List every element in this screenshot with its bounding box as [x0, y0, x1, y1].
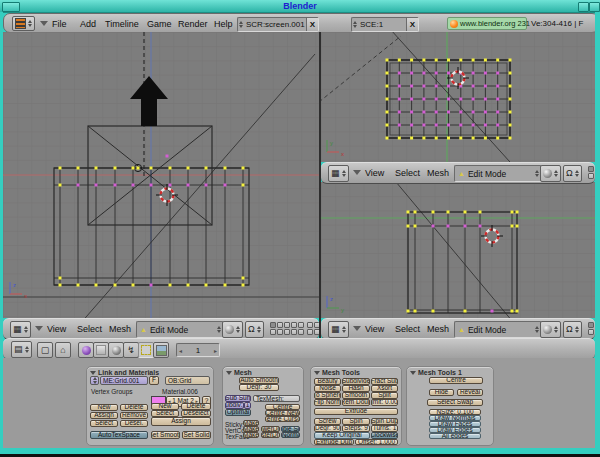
layer-toggle[interactable]: [307, 322, 313, 328]
vertex[interactable]: [447, 137, 450, 140]
vertex[interactable]: [166, 155, 169, 158]
vertex[interactable]: [459, 137, 462, 140]
panel-collapse-icon[interactable]: [410, 371, 416, 378]
vertex[interactable]: [224, 167, 227, 170]
vertex[interactable]: [59, 277, 62, 280]
vertex[interactable]: [407, 225, 410, 228]
to-sphere-button[interactable]: To Sphere: [314, 392, 341, 399]
layer-toggle[interactable]: [291, 329, 297, 335]
menu-game[interactable]: Game: [147, 19, 172, 29]
panel-title[interactable]: Mesh: [234, 369, 252, 376]
hide-button[interactable]: Hide: [429, 389, 454, 396]
set-smooth-button[interactable]: Set Smooth: [151, 431, 180, 439]
vertex[interactable]: [422, 111, 425, 114]
vertex[interactable]: [386, 72, 389, 75]
vertex[interactable]: [242, 284, 245, 287]
window-close-button[interactable]: [589, 2, 600, 12]
vertex[interactable]: [242, 277, 245, 280]
vertex[interactable]: [205, 167, 208, 170]
vertex[interactable]: [511, 310, 514, 313]
vertex[interactable]: [447, 59, 450, 62]
window-type-button[interactable]: ▤: [11, 341, 32, 358]
layer-toggle[interactable]: [314, 322, 319, 328]
mesh-name-field[interactable]: ME:Grid.001: [100, 376, 148, 385]
material-delete-button[interactable]: Delete: [181, 403, 211, 410]
3d-viewport-front-canvas[interactable]: z x: [3, 32, 319, 318]
vertex[interactable]: [422, 124, 425, 127]
vertex[interactable]: [205, 284, 208, 287]
menu-mesh[interactable]: Mesh: [427, 168, 449, 178]
layer-toggle[interactable]: [270, 322, 276, 328]
vertex[interactable]: [422, 137, 425, 140]
vertex[interactable]: [459, 59, 462, 62]
menu-select[interactable]: Select: [395, 168, 420, 178]
scene-delete-button[interactable]: X: [406, 18, 418, 31]
vertex[interactable]: [484, 72, 487, 75]
material-new-button[interactable]: New: [151, 403, 179, 410]
vertex[interactable]: [464, 310, 467, 313]
vgroup-assign-button[interactable]: Assign: [90, 412, 118, 419]
vertex[interactable]: [386, 85, 389, 88]
layer-toggle[interactable]: [284, 329, 290, 335]
screw-button[interactable]: Screw: [314, 418, 341, 425]
mesh-browse-button[interactable]: [90, 376, 99, 385]
layer-buttons[interactable]: [588, 322, 595, 336]
vertex[interactable]: [242, 167, 245, 170]
object-context-button[interactable]: ↯: [123, 342, 139, 358]
menu-view[interactable]: View: [365, 168, 384, 178]
scene-name[interactable]: SCE:1: [357, 20, 406, 29]
layer-buttons[interactable]: [588, 166, 595, 180]
make-texface-button[interactable]: Make: [243, 432, 259, 438]
clockwise-toggle[interactable]: Clockwise: [371, 432, 398, 439]
scene-selector[interactable]: SCE:1 X: [351, 17, 419, 32]
fract-sub-button[interactable]: Fract Sub: [371, 378, 398, 385]
viewport-type-button[interactable]: ▦: [10, 321, 31, 338]
xsort-button[interactable]: Xsort: [371, 385, 398, 392]
vertex[interactable]: [472, 137, 475, 140]
vertex[interactable]: [509, 85, 512, 88]
vertex[interactable]: [447, 98, 450, 101]
fake-user-button[interactable]: F: [149, 376, 159, 385]
layer-toggle[interactable]: [270, 329, 276, 335]
vertex[interactable]: [59, 184, 62, 187]
vertex[interactable]: [459, 124, 462, 127]
vertex[interactable]: [496, 85, 499, 88]
layer-toggle[interactable]: [314, 329, 319, 335]
autotexspace-toggle[interactable]: AutoTexSpace: [90, 431, 148, 439]
vertex[interactable]: [459, 98, 462, 101]
vertex[interactable]: [77, 167, 80, 170]
vertex[interactable]: [432, 225, 435, 228]
vertex[interactable]: [464, 211, 467, 214]
menu-timeline[interactable]: Timeline: [105, 19, 139, 29]
panel-collapse-icon[interactable]: [226, 371, 232, 378]
vertex[interactable]: [132, 184, 135, 187]
vertex[interactable]: [77, 284, 80, 287]
manipulator-button[interactable]: Ω: [563, 165, 582, 182]
vertex[interactable]: [386, 137, 389, 140]
material-assign-button[interactable]: Assign: [151, 417, 211, 426]
layer-toggle[interactable]: [307, 329, 313, 335]
vertex[interactable]: [398, 72, 401, 75]
mode-dropdown[interactable]: ▲Edit Mode: [136, 321, 224, 338]
limit-field[interactable]: Limit: 0.001: [371, 399, 398, 406]
vgroup-remove-button[interactable]: Remove: [120, 412, 148, 419]
header-menu-collapse-icon[interactable]: [35, 326, 43, 335]
vertex[interactable]: [114, 284, 117, 287]
area-divider[interactable]: [319, 32, 321, 338]
vertex[interactable]: [432, 211, 435, 214]
steps-field[interactable]: Steps: 9: [342, 425, 370, 432]
vertex[interactable]: [422, 72, 425, 75]
menu-file[interactable]: File: [52, 19, 67, 29]
vgroup-select-button[interactable]: Select: [90, 420, 118, 427]
beauty-toggle[interactable]: Beauty: [314, 378, 341, 385]
vertex[interactable]: [509, 98, 512, 101]
vertex[interactable]: [114, 184, 117, 187]
vertex[interactable]: [435, 98, 438, 101]
degr-field[interactable]: Degr: 30: [239, 384, 279, 391]
menu-select[interactable]: Select: [395, 324, 420, 334]
layer-toggle[interactable]: [298, 329, 304, 335]
vertex[interactable]: [398, 137, 401, 140]
layer-toggle[interactable]: [284, 322, 290, 328]
vertex[interactable]: [187, 284, 190, 287]
vertex[interactable]: [511, 211, 514, 214]
